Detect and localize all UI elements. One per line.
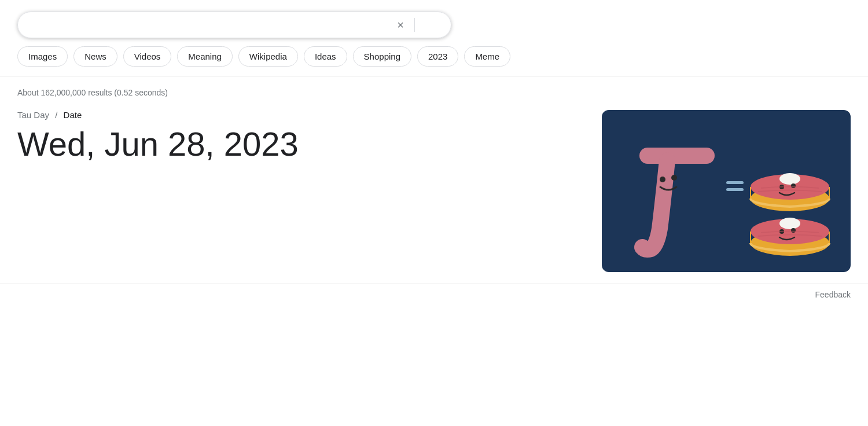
breadcrumb-parent[interactable]: Tau Day: [17, 110, 49, 120]
svg-rect-3: [639, 148, 715, 164]
breadcrumb-separator: /: [55, 110, 57, 120]
feedback-area: Feedback: [0, 284, 868, 305]
chip-2023[interactable]: 2023: [417, 46, 458, 67]
result-date: Wed, Jun 28, 2023: [17, 126, 579, 163]
svg-rect-7: [726, 188, 744, 191]
search-area: tau day ×: [0, 0, 868, 38]
chip-wikipedia[interactable]: Wikipedia: [238, 46, 298, 67]
svg-point-10: [779, 173, 800, 185]
chip-videos[interactable]: Videos: [123, 46, 172, 67]
svg-point-4: [660, 177, 665, 182]
chip-meme[interactable]: Meme: [464, 46, 510, 67]
chip-images[interactable]: Images: [17, 46, 68, 67]
search-icons: [425, 20, 442, 30]
clear-icon[interactable]: ×: [397, 19, 404, 32]
svg-rect-6: [726, 181, 744, 184]
search-input[interactable]: tau day: [27, 19, 391, 31]
svg-point-5: [671, 175, 677, 181]
breadcrumb: Tau Day / Date: [17, 110, 579, 120]
result-panel: Tau Day / Date Wed, Jun 28, 2023: [17, 110, 851, 272]
svg-point-15: [779, 218, 800, 229]
search-box: tau day ×: [17, 12, 451, 38]
search-divider: [414, 18, 415, 32]
chip-news[interactable]: News: [73, 46, 117, 67]
chip-ideas[interactable]: Ideas: [304, 46, 347, 67]
tau-illustration: [602, 110, 851, 272]
feedback-link[interactable]: Feedback: [815, 290, 851, 299]
chip-shopping[interactable]: Shopping: [353, 46, 411, 67]
breadcrumb-current: Date: [64, 110, 82, 120]
tau-day-image[interactable]: [602, 110, 851, 272]
svg-point-12: [791, 183, 796, 188]
results-count: About 162,000,000 results (0.52 seconds): [17, 88, 851, 97]
result-left: Tau Day / Date Wed, Jun 28, 2023: [17, 110, 579, 163]
svg-point-17: [791, 228, 796, 233]
results-area: About 162,000,000 results (0.52 seconds)…: [0, 76, 868, 284]
chip-meaning[interactable]: Meaning: [177, 46, 233, 67]
filter-chips: ImagesNewsVideosMeaningWikipediaIdeasSho…: [0, 38, 868, 67]
